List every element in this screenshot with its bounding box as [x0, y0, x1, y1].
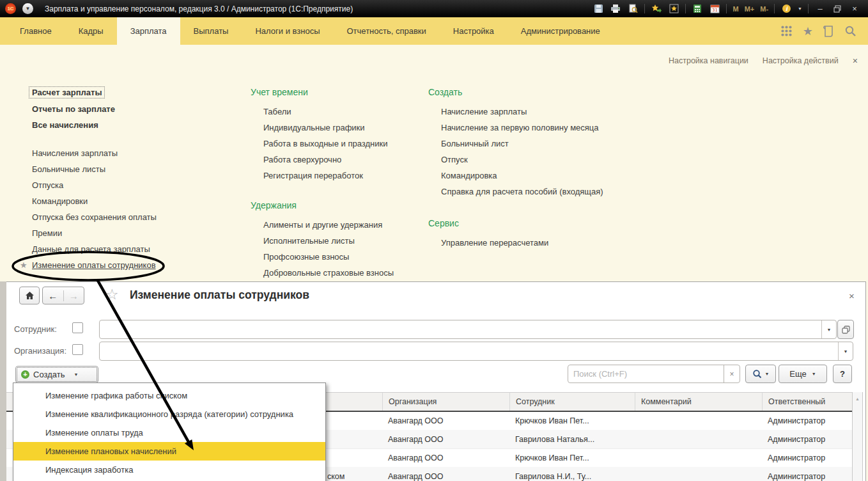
employee-open-button[interactable] — [837, 320, 854, 339]
tab-glavnoe[interactable]: Главное — [6, 17, 65, 45]
nav-link-dannye-dlya-rascheta[interactable]: Данные для расчета зарплаты — [32, 244, 150, 254]
nav-link-komandirovka[interactable]: Командировка — [441, 171, 497, 180]
column-header-sotrudnik[interactable]: Сотрудник — [509, 393, 635, 411]
help-button[interactable]: ? — [833, 365, 852, 383]
nav-link-raschet-zarplaty[interactable]: Расчет зарплаты — [29, 86, 105, 99]
favorites-star-icon[interactable]: ★ — [803, 24, 813, 38]
tab-vyplaty[interactable]: Выплаты — [180, 17, 242, 45]
titlebar-separator — [774, 4, 775, 13]
nav-link-profsoyuznye-vznosy[interactable]: Профсоюзные взносы — [263, 252, 349, 262]
column-header-otvetstvennyy[interactable]: Ответственный — [762, 393, 852, 411]
nav-link-bolnichnyy-list[interactable]: Больничный лист — [441, 139, 509, 148]
nav-link-dobrovolnye-vznosy[interactable]: Добровольные страховые взносы — [263, 268, 394, 278]
forward-button[interactable]: → — [64, 290, 84, 301]
scroll-up-icon[interactable]: ▲ — [853, 397, 862, 401]
nav-link-ispolnitelnye-listy[interactable]: Исполнительные листы — [263, 236, 355, 246]
restore-button[interactable] — [832, 3, 843, 15]
organization-dropdown-icon[interactable]: ▼ — [838, 342, 853, 360]
nav-link-nachislenie-zarplaty[interactable]: Начисление зарплаты — [441, 107, 527, 116]
nav-link-nachisleniya-zarplaty[interactable]: Начисления зарплаты — [32, 148, 118, 158]
more-button[interactable]: Еще ▼ — [779, 365, 827, 383]
column-header-organizatsiya[interactable]: Организация — [382, 393, 509, 411]
table-scrollbar[interactable]: ▲ — [852, 392, 863, 481]
actions-setup-link[interactable]: Настройка действий — [763, 56, 839, 65]
cell-employee: Гаврилова Н.И., Ту... — [509, 467, 640, 481]
calendar-icon[interactable]: 31 — [709, 3, 720, 15]
nav-link-premii[interactable]: Премии — [32, 228, 62, 238]
add-to-favorites-icon[interactable] — [651, 3, 662, 15]
minimize-button[interactable]: – — [814, 3, 826, 15]
tab-otchetnost[interactable]: Отчетность, справки — [334, 17, 440, 45]
employee-dropdown-icon[interactable]: ▼ — [821, 320, 836, 338]
close-window-button[interactable]: × — [849, 3, 860, 15]
nav-link-nachislenie-za-polovinu[interactable]: Начисление за первую половину месяца — [441, 123, 599, 132]
favorite-star-icon[interactable]: ★ — [20, 260, 27, 270]
all-functions-grid-icon[interactable] — [780, 25, 793, 37]
tab-zarplata[interactable]: Зарплата — [117, 17, 180, 45]
employee-input[interactable] — [100, 320, 821, 338]
search-button[interactable]: ▼ — [745, 365, 776, 383]
titlebar-separator — [644, 4, 645, 13]
search-icon[interactable] — [844, 25, 856, 37]
column-header-kommentariy[interactable]: Комментарий — [635, 393, 762, 411]
search-input[interactable] — [568, 365, 724, 382]
create-dropdown-menu: Изменение графика работы списком Изменен… — [13, 382, 326, 481]
print-preview-icon[interactable] — [627, 3, 639, 15]
info-icon[interactable]: i — [780, 3, 792, 15]
search-field: × — [568, 365, 740, 383]
organization-input[interactable] — [100, 342, 838, 360]
save-icon[interactable] — [593, 3, 604, 15]
form-title: Изменение оплаты сотрудников — [130, 288, 309, 302]
organization-filter-checkbox[interactable] — [72, 344, 83, 355]
create-button[interactable]: + Создать ▼ — [15, 366, 98, 383]
menu-item-izmenenie-planovyh-nachisleniy[interactable]: Изменение плановых начислений — [13, 442, 325, 461]
nav-link-vse-nachisleniya[interactable]: Все начисления — [32, 120, 98, 130]
nav-link-tabeli[interactable]: Табели — [263, 107, 291, 116]
menu-item-izmenenie-razryada[interactable]: Изменение квалификационного разряда (кат… — [13, 405, 325, 423]
tab-nastroyka[interactable]: Настройка — [440, 17, 508, 45]
titlebar-separator — [685, 4, 686, 13]
nav-link-otpuska-bez-sohraneniya[interactable]: Отпуска без сохранения оплаты — [32, 212, 157, 222]
search-clear-icon[interactable]: × — [724, 365, 740, 382]
memory-subtract-button[interactable]: M- — [760, 3, 768, 15]
employee-filter-checkbox[interactable] — [72, 322, 83, 333]
tab-nalogi[interactable]: Налоги и взносы — [242, 17, 333, 45]
titlebar-separator — [808, 4, 809, 13]
calculator-icon[interactable] — [692, 3, 703, 15]
nav-link-otpusk[interactable]: Отпуск — [441, 155, 468, 164]
nav-link-otpuska[interactable]: Отпуска — [32, 180, 63, 190]
navigation-setup-link[interactable]: Настройка навигации — [669, 56, 748, 65]
nav-link-bolnichnye-listy[interactable]: Больничные листы — [32, 164, 105, 174]
nav-link-alimenty[interactable]: Алименты и другие удержания — [263, 220, 382, 230]
nav-link-spravka-posobiy[interactable]: Справка для расчета пособий (входящая) — [441, 187, 603, 196]
close-panel-icon[interactable]: × — [853, 56, 858, 66]
nav-link-otchety-po-zarplate[interactable]: Отчеты по зарплате — [32, 104, 115, 114]
create-button-label: Создать — [33, 370, 65, 379]
cell-document-fragment: ском — [326, 467, 384, 481]
favorites-icon[interactable] — [668, 3, 679, 15]
nav-link-izmenenie-oplaty-sotrudnikov[interactable]: Изменение оплаты сотрудников — [32, 260, 156, 270]
menu-item-izmenenie-grafika[interactable]: Изменение графика работы списком — [13, 386, 325, 405]
nav-link-komandirovki[interactable]: Командировки — [32, 196, 88, 206]
nav-link-rabota-sverhurochno[interactable]: Работа сверхурочно — [263, 155, 341, 164]
memory-add-button[interactable]: M+ — [745, 3, 755, 15]
organization-filter-label: Организация: — [14, 346, 66, 356]
tab-administrirovanie[interactable]: Администрирование — [508, 17, 614, 45]
create-caret-icon: ▼ — [74, 372, 78, 377]
tab-kadry[interactable]: Кадры — [65, 17, 117, 45]
nav-link-registratsiya-pererabotok[interactable]: Регистрация переработок — [263, 171, 363, 180]
info-caret-icon[interactable]: ▼ — [798, 6, 802, 11]
memory-recall-button[interactable]: M — [732, 3, 738, 15]
home-button[interactable] — [19, 287, 40, 304]
menu-item-izmenenie-oplaty-truda[interactable]: Изменение оплаты труда — [13, 423, 325, 442]
nav-link-upravlenie-pereraschetami[interactable]: Управление перерасчетами — [441, 238, 548, 248]
print-icon[interactable] — [610, 3, 621, 15]
favorite-toggle-icon[interactable]: ☆ — [105, 286, 119, 303]
history-icon[interactable] — [823, 25, 834, 37]
system-menu-button[interactable]: ▼ — [22, 3, 33, 14]
nav-link-individualnye-grafiki[interactable]: Индивидуальные графики — [263, 123, 365, 132]
form-close-icon[interactable]: × — [849, 290, 855, 301]
back-button[interactable]: ← — [43, 290, 64, 301]
menu-item-indeksatsiya-zarabotka[interactable]: Индексация заработка — [13, 461, 325, 479]
nav-link-rabota-v-vyhodnye[interactable]: Работа в выходные и праздники — [263, 139, 387, 148]
